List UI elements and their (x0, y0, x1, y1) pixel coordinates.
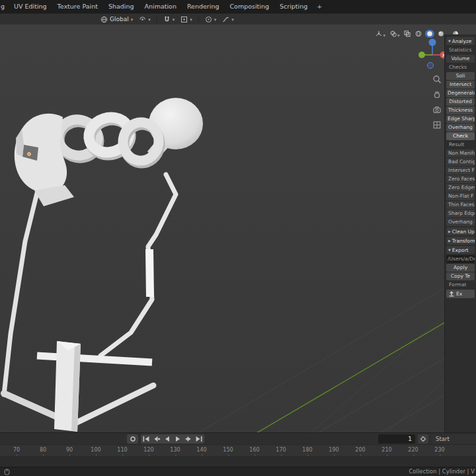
export-section-header[interactable]: Export (446, 246, 475, 254)
jump-to-start-button[interactable] (141, 434, 151, 444)
toolbar-separator (157, 16, 157, 23)
workspace-tab[interactable]: Compositing (224, 0, 274, 13)
timeline-track-area[interactable] (0, 456, 476, 467)
check-toggle-button[interactable]: Overhang (446, 124, 475, 132)
zoom-tool-icon[interactable] (432, 75, 442, 84)
result-row-button[interactable]: Non-Flat F (446, 192, 475, 200)
chevron-down-icon (131, 16, 134, 22)
transform-orientation-dropdown[interactable]: Global (100, 14, 133, 24)
ruler-tick-label: 140 (196, 447, 206, 453)
check-toggle-button[interactable]: Degenerate (446, 89, 475, 97)
disclosure-closed-icon (448, 229, 451, 233)
result-row-button[interactable]: Intersect F (446, 167, 475, 175)
cleanup-section-header[interactable]: Clean Up (446, 227, 475, 235)
check-toggle-button[interactable]: Edge Sharp (446, 115, 475, 123)
check-toggle-button[interactable]: Soli (446, 72, 475, 80)
current-frame-field[interactable]: 1 (378, 434, 415, 444)
workspace-tab[interactable]: Rendering (182, 0, 225, 13)
disclosure-open-icon (448, 248, 451, 252)
wireframe-sphere-icon (415, 30, 422, 37)
workspace-tab[interactable]: UV Editing (9, 0, 52, 13)
keying-set-button[interactable] (418, 434, 428, 444)
check-all-button[interactable]: Check (446, 132, 475, 140)
volume-button[interactable]: Volume (446, 55, 475, 63)
ruler-tick-label: 80 (40, 447, 46, 453)
workspace-tab[interactable]: Texture Paint (52, 0, 103, 13)
analyze-section-header[interactable]: Analyze (446, 37, 475, 45)
ruler-tick-label: 210 (381, 447, 391, 453)
solid-sphere-icon (426, 30, 433, 37)
check-toggle-button[interactable]: Distorted (446, 98, 475, 106)
tool-settings-bar: Global (0, 13, 476, 24)
workspace-tab[interactable]: Scripting (274, 0, 313, 13)
keyframe-diamond-icon (420, 436, 426, 442)
ruler-tick-label: 220 (408, 447, 418, 453)
workspace-tab[interactable]: Shading (103, 0, 139, 13)
checks-label: Checks (446, 63, 475, 71)
pivot-point-dropdown[interactable] (139, 14, 151, 24)
proportional-editing-toggle[interactable] (205, 14, 217, 24)
xray-toggle[interactable] (403, 30, 412, 38)
statistics-label: Statistics (446, 46, 475, 54)
globe-icon (100, 16, 108, 23)
workspace-tab[interactable]: Animation (139, 0, 182, 13)
play-button[interactable] (173, 434, 183, 444)
result-row-button[interactable]: Sharp Edge (446, 210, 475, 218)
viewport: X (0, 24, 476, 432)
result-list: Non ManifoldBad ContigIntersect FZero Fa… (446, 149, 475, 226)
check-toggle-button[interactable]: Thickness (446, 106, 475, 114)
falloff-dropdown[interactable] (222, 14, 234, 24)
camera-view-icon[interactable] (432, 105, 442, 114)
previous-keyframe-button[interactable] (151, 434, 162, 444)
navigation-gizmo[interactable]: X (416, 36, 448, 71)
result-row-button[interactable]: Zero Edges (446, 184, 475, 192)
jump-to-end-button[interactable] (194, 434, 204, 444)
pan-hand-icon[interactable] (432, 90, 442, 99)
check-toggle-button[interactable]: Intersect (446, 81, 475, 89)
result-row-button[interactable]: Overhang F (446, 218, 475, 226)
ruler-tick-label: 120 (143, 447, 153, 453)
ruler-tick-label: 160 (249, 447, 259, 453)
falloff-curve-icon (222, 16, 229, 23)
viewport-canvas[interactable] (0, 24, 476, 432)
copy-textures-button[interactable]: Copy Te (446, 272, 475, 280)
transform-section-header[interactable]: Transform (446, 237, 475, 245)
apply-scale-button[interactable]: Apply (446, 264, 475, 272)
auto-keying-button[interactable] (127, 434, 138, 444)
ruler-tick-label: 200 (355, 447, 365, 453)
sidebar-panel: Analyze Statistics Volume Checks SoliInt… (444, 34, 476, 432)
workspace-tab[interactable]: g (0, 0, 9, 13)
next-keyframe-button[interactable] (183, 434, 194, 444)
toggle-grid-icon[interactable] (432, 120, 442, 130)
disclosure-open-icon (448, 39, 451, 43)
blender-window: gUV EditingTexture PaintShadingAnimation… (0, 0, 476, 476)
timeline-ruler[interactable]: 7080901001101201301401501601701801902002… (0, 444, 476, 456)
export-path-field[interactable]: /Users/a/De (446, 255, 475, 263)
play-reverse-button[interactable] (162, 434, 173, 444)
timeline-header: 1 Start (0, 432, 476, 444)
viewport-side-tools (432, 75, 442, 130)
axis-z-handle (429, 39, 436, 46)
result-row-button[interactable]: Non Manifold (446, 149, 475, 157)
ruler-tick-label: 110 (117, 447, 127, 453)
add-workspace-button[interactable]: + (313, 0, 326, 13)
export-button[interactable]: Ex (446, 290, 475, 298)
result-row-button[interactable]: Bad Contig (446, 158, 475, 166)
section-title: Export (452, 247, 469, 253)
playback-controls (141, 434, 204, 444)
result-row-button[interactable]: Zero Faces (446, 175, 475, 183)
snap-toggle[interactable] (163, 14, 175, 24)
axis-negative-handle (428, 63, 434, 69)
ruler-tick-label: 180 (302, 447, 312, 453)
snap-target-dropdown[interactable] (180, 14, 192, 24)
ruler-tick-label: 100 (91, 447, 100, 453)
orientation-label: Global (110, 16, 129, 22)
disclosure-closed-icon (448, 239, 451, 243)
overlays-dropdown[interactable] (389, 26, 401, 40)
frame-start-field[interactable]: Start (432, 434, 476, 444)
record-icon (130, 436, 136, 442)
ruler-tick-label: 170 (276, 447, 286, 453)
section-title: Clean Up (452, 229, 475, 235)
show-gizmo-dropdown[interactable] (374, 26, 387, 40)
result-row-button[interactable]: Thin Faces (446, 201, 475, 209)
